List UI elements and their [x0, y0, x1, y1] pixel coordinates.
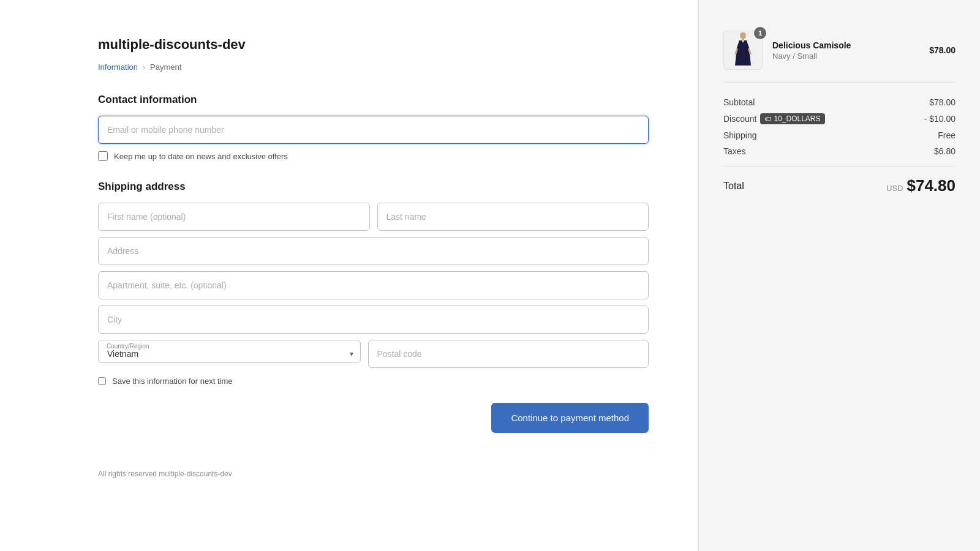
total-currency: USD [886, 184, 903, 193]
svg-rect-1 [742, 39, 744, 40]
order-summary: 1 Delicious Camisole Navy / Small $78.00… [698, 0, 980, 551]
country-label: Country/Region [107, 343, 149, 350]
taxes-label: Taxes [723, 146, 746, 156]
total-amount: $74.80 [907, 176, 956, 195]
save-info-label[interactable]: Save this information for next time [112, 377, 233, 386]
discount-tag: 🏷 10_DOLLARS [760, 113, 824, 124]
address-input[interactable] [98, 237, 649, 265]
svg-point-0 [740, 32, 746, 39]
footer-text: All rights reserved multiple-discounts-d… [98, 470, 649, 478]
product-info: Delicious Camisole Navy / Small [772, 40, 919, 61]
apt-input[interactable] [98, 271, 649, 299]
breadcrumb-step1[interactable]: Information [98, 62, 138, 72]
city-group [98, 305, 649, 334]
last-name-input[interactable] [377, 203, 649, 231]
product-dress-svg [729, 32, 756, 69]
name-row [98, 203, 649, 231]
total-row: Total USD $74.80 [723, 166, 956, 195]
discount-row: Discount 🏷 10_DOLLARS - $10.00 [723, 113, 956, 124]
shipping-section-title: Shipping address [98, 181, 649, 193]
product-price: $78.00 [929, 45, 956, 55]
first-name-input[interactable] [98, 203, 370, 231]
tag-icon: 🏷 [764, 115, 771, 122]
order-item: 1 Delicious Camisole Navy / Small $78.00 [723, 31, 956, 83]
shipping-value: Free [938, 130, 956, 140]
taxes-value: $6.80 [934, 146, 956, 156]
breadcrumb-separator: › [143, 63, 145, 72]
shipping-row: Shipping Free [723, 130, 956, 140]
subtotal-label: Subtotal [723, 97, 755, 107]
breadcrumb: Information › Payment [98, 62, 649, 72]
taxes-row: Taxes $6.80 [723, 146, 956, 156]
checkout-form: multiple-discounts-dev Information › Pay… [0, 0, 698, 551]
breadcrumb-step2[interactable]: Payment [150, 62, 181, 72]
discount-tag-code: 10_DOLLARS [774, 114, 820, 123]
address-group [98, 237, 649, 265]
continue-button[interactable]: Continue to payment method [491, 403, 649, 433]
country-select-wrapper: Country/Region Vietnam ▾ [98, 340, 361, 368]
save-info-row: Save this information for next time [98, 377, 649, 386]
city-input[interactable] [98, 305, 649, 334]
contact-section-title: Contact information [98, 94, 649, 106]
subtotal-value: $78.00 [929, 97, 956, 107]
shipping-label: Shipping [723, 130, 757, 140]
apt-group [98, 271, 649, 299]
product-image-wrapper: 1 [723, 31, 763, 70]
subtotal-row: Subtotal $78.00 [723, 97, 956, 107]
newsletter-checkbox[interactable] [98, 151, 108, 161]
newsletter-row: Keep me up to date on news and exclusive… [98, 151, 649, 161]
email-input[interactable] [98, 116, 649, 144]
newsletter-label[interactable]: Keep me up to date on news and exclusive… [114, 152, 288, 161]
product-quantity-badge: 1 [754, 27, 766, 39]
total-label: Total [723, 181, 744, 192]
discount-value: - $10.00 [924, 114, 956, 124]
store-title: multiple-discounts-dev [98, 37, 649, 53]
discount-label: Discount [723, 114, 756, 124]
product-name: Delicious Camisole [772, 40, 919, 50]
total-amount-wrapper: USD $74.80 [886, 176, 956, 195]
discount-label-wrapper: Discount 🏷 10_DOLLARS [723, 113, 825, 124]
country-postal-row: Country/Region Vietnam ▾ [98, 340, 649, 368]
product-variant: Navy / Small [772, 51, 919, 61]
save-info-checkbox[interactable] [98, 377, 106, 385]
postal-code-input[interactable] [368, 340, 649, 368]
